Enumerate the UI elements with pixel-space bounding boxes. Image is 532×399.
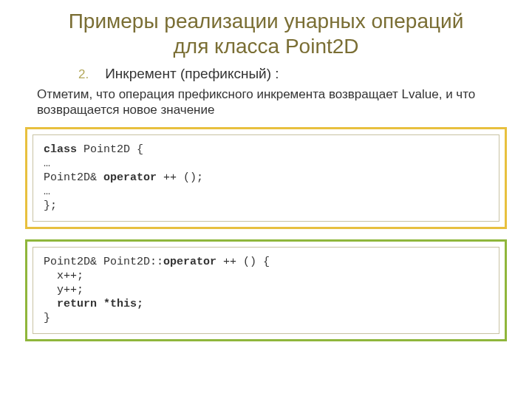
code-text: } xyxy=(44,312,50,324)
code-text: ++ (); xyxy=(157,171,203,184)
list-item: 2. Инкремент (префиксный) : xyxy=(4,66,528,82)
code-text: Point2D { xyxy=(77,143,143,156)
code-keyword: return *this; xyxy=(57,298,143,310)
code-text: }; xyxy=(44,200,57,212)
note-paragraph: Отметим, что операция префиксного инкрем… xyxy=(4,85,528,127)
code-keyword: operator xyxy=(163,256,216,268)
slide: Примеры реализации унарных операций для … xyxy=(0,0,532,399)
list-text: Инкремент (префиксный) : xyxy=(105,66,279,82)
code-keyword: operator xyxy=(103,171,157,184)
code-keyword: class xyxy=(44,143,77,156)
code-inner: class Point2D { … Point2D& operator ++ (… xyxy=(33,134,499,222)
code-block-declaration: class Point2D { … Point2D& operator ++ (… xyxy=(25,127,507,229)
code-text: … xyxy=(44,185,50,198)
code-text: … xyxy=(44,157,50,170)
code-text: x++; xyxy=(44,270,83,282)
code-text: Point2D& Point2D:: xyxy=(44,256,163,268)
code-inner: Point2D& Point2D::operator ++ () { x++; … xyxy=(33,247,499,334)
code-text xyxy=(44,298,57,310)
code-block-definition: Point2D& Point2D::operator ++ () { x++; … xyxy=(25,239,507,341)
slide-title: Примеры реализации унарных операций для … xyxy=(4,9,528,58)
code-text: Point2D& xyxy=(44,171,103,184)
code-text: ++ () { xyxy=(216,256,270,268)
code-text: y++; xyxy=(44,284,83,296)
list-number: 2. xyxy=(78,67,89,82)
